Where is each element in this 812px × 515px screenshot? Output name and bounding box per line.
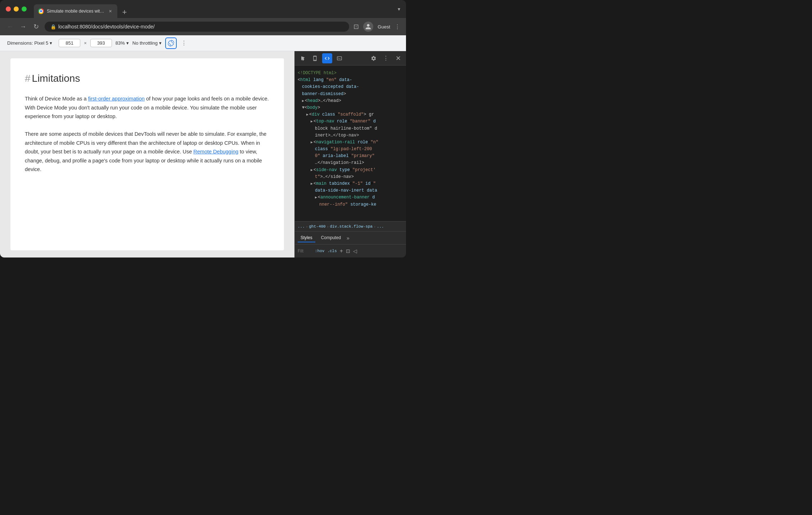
styles-computed-bar: Styles Computed » bbox=[295, 232, 406, 245]
code-line: …</navigation-rail> bbox=[298, 160, 403, 166]
window-menu-button[interactable]: ▾ bbox=[398, 6, 400, 12]
code-line: class="lg:pad-left-200 bbox=[298, 146, 403, 153]
extensions-button[interactable]: ⊡ bbox=[353, 23, 359, 31]
toolbar-more-button[interactable]: ⋮ bbox=[181, 40, 187, 46]
code-line: <!DOCTYPE html> bbox=[298, 70, 403, 77]
breadcrumb-item[interactable]: ... bbox=[298, 224, 305, 229]
refresh-button[interactable]: ↻ bbox=[32, 22, 40, 31]
toggle-sidebar-icon[interactable]: ◁ bbox=[353, 248, 357, 254]
paragraph-2: There are some aspects of mobile devices… bbox=[25, 130, 270, 174]
main-area: #Limitations Think of Device Mode as a f… bbox=[0, 51, 406, 258]
zoom-label: 83% bbox=[116, 40, 125, 46]
remote-debugging-link[interactable]: Remote Debugging bbox=[193, 149, 238, 154]
chrome-menu-button[interactable]: ⋮ bbox=[394, 23, 400, 30]
cursor-tool-button[interactable] bbox=[298, 53, 308, 63]
code-line: inert>…</top-nav> bbox=[298, 132, 403, 139]
code-line: 0" aria-label="primary" bbox=[298, 153, 403, 160]
throttle-dropdown[interactable]: No throttling ▾ bbox=[132, 40, 162, 46]
code-line: cookies-accepted data- bbox=[298, 84, 403, 90]
maximize-button[interactable] bbox=[22, 6, 27, 12]
dimensions-dropdown[interactable]: Dimensions: Pixel 5 ▾ bbox=[4, 39, 55, 47]
styles-tab[interactable]: Styles bbox=[298, 234, 315, 242]
dimensions-label: Dimensions: Pixel 5 bbox=[7, 40, 48, 46]
throttle-chevron-icon: ▾ bbox=[159, 40, 162, 46]
html-panel: <!DOCTYPE html> <html lang="en" data- co… bbox=[295, 66, 406, 221]
code-line: ▶<navigation-rail role="n" bbox=[298, 139, 403, 146]
code-line: data-side-nav-inert data bbox=[298, 187, 403, 194]
width-input[interactable] bbox=[59, 39, 80, 47]
new-tab-button[interactable]: + bbox=[119, 6, 130, 18]
minimize-button[interactable] bbox=[14, 6, 19, 12]
settings-button[interactable] bbox=[369, 53, 379, 63]
devtools-panel: ⋮ ✕ <!DOCTYPE html> <html lang="en" data… bbox=[294, 51, 406, 258]
breadcrumb-bar: ... › ght-400 › div.stack.flow-spa › ... bbox=[295, 221, 406, 232]
code-line: banner-dismissed> bbox=[298, 91, 403, 98]
breadcrumb-item[interactable]: ... bbox=[377, 224, 384, 229]
code-line: ▶<main tabindex="-1" id=" bbox=[298, 180, 403, 187]
more-tabs-button[interactable]: » bbox=[347, 235, 349, 241]
devtools-bottom: ... › ght-400 › div.stack.flow-spa › ...… bbox=[295, 221, 406, 258]
devtools-close-button[interactable]: ✕ bbox=[393, 53, 403, 63]
tab-close-button[interactable]: ✕ bbox=[107, 8, 113, 14]
address-bar: ← → ↻ 🔒 localhost:8080/docs/devtools/dev… bbox=[0, 18, 406, 35]
devtools-toolbar: ⋮ ✕ bbox=[295, 51, 406, 66]
tab-favicon bbox=[38, 8, 44, 14]
code-line: ▶<top-nav role="banner" d bbox=[298, 118, 403, 125]
breadcrumb-item[interactable]: ght-400 bbox=[309, 224, 325, 229]
page-content: #Limitations Think of Device Mode as a f… bbox=[0, 51, 294, 258]
address-right-actions: ⊡ Guest ⋮ bbox=[353, 22, 400, 32]
traffic-lights bbox=[6, 6, 27, 12]
device-toggle-button[interactable] bbox=[310, 53, 320, 63]
code-line: nner--info" storage-ke bbox=[298, 201, 403, 208]
device-toolbar: Dimensions: Pixel 5 ▾ × 83% ▾ No throttl… bbox=[0, 35, 406, 51]
code-line: ▶<announcement-banner d bbox=[298, 194, 403, 201]
code-line: t">…</side-nav> bbox=[298, 174, 403, 180]
paragraph-1: Think of Device Mode as a first-order ap… bbox=[25, 94, 270, 121]
code-line: <html lang="en" data- bbox=[298, 77, 403, 84]
lock-icon: 🔒 bbox=[50, 24, 56, 30]
zoom-dropdown[interactable]: 83% ▾ bbox=[116, 40, 129, 46]
add-style-button[interactable]: + bbox=[340, 248, 343, 254]
throttle-label: No throttling bbox=[132, 40, 158, 46]
devtools-more-button[interactable]: ⋮ bbox=[381, 53, 391, 63]
dimension-separator: × bbox=[84, 40, 87, 46]
height-input[interactable] bbox=[90, 39, 112, 47]
rotate-button[interactable] bbox=[165, 37, 177, 49]
code-line: ▼<body> bbox=[298, 104, 403, 111]
user-avatar[interactable] bbox=[363, 22, 373, 32]
elements-panel-button[interactable] bbox=[322, 53, 332, 63]
copy-styles-icon[interactable]: ⊡ bbox=[346, 248, 350, 254]
code-line: ▶<head>…</head> bbox=[298, 98, 403, 104]
console-panel-button[interactable] bbox=[334, 53, 344, 63]
code-line: ▶<div class="scaffold"> gr bbox=[298, 111, 403, 118]
active-tab[interactable]: Simulate mobile devices with D ✕ bbox=[34, 4, 117, 18]
first-order-link[interactable]: first-order approximation bbox=[88, 96, 145, 102]
cls-button[interactable]: .cls bbox=[327, 249, 337, 253]
back-button[interactable]: ← bbox=[6, 22, 14, 31]
page-heading: #Limitations bbox=[25, 73, 270, 84]
close-button[interactable] bbox=[6, 6, 11, 12]
heading-text: Limitations bbox=[32, 73, 80, 84]
url-text: localhost:8080/docs/devtools/device-mode… bbox=[58, 24, 155, 30]
forward-button[interactable]: → bbox=[19, 22, 27, 31]
hov-button[interactable]: :hov bbox=[315, 249, 324, 253]
dimensions-chevron-icon: ▾ bbox=[50, 40, 52, 46]
code-line: ▶<side-nav type="project' bbox=[298, 167, 403, 174]
tab-title: Simulate mobile devices with D bbox=[47, 9, 104, 14]
breadcrumb-item[interactable]: div.stack.flow-spa bbox=[330, 224, 373, 229]
address-input[interactable]: 🔒 localhost:8080/docs/devtools/device-mo… bbox=[45, 22, 349, 32]
user-label: Guest bbox=[378, 24, 390, 30]
code-line: block hairline-bottom" d bbox=[298, 125, 403, 132]
filter-bar: :hov .cls + ⊡ ◁ bbox=[295, 245, 406, 258]
page-inner: #Limitations Think of Device Mode as a f… bbox=[10, 58, 284, 250]
zoom-chevron-icon: ▾ bbox=[126, 40, 129, 46]
heading-hash: # bbox=[25, 73, 31, 84]
filter-input[interactable] bbox=[298, 248, 312, 254]
computed-tab[interactable]: Computed bbox=[318, 234, 344, 242]
